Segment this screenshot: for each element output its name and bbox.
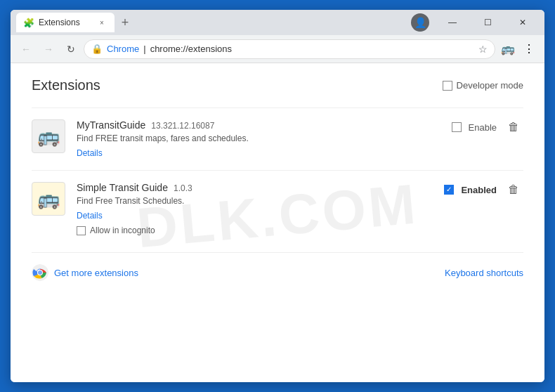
page-content: DLK.COM Extensions Developer mode 🚌 MyTr… (11, 63, 544, 382)
extension-2-description: Find Free Transit Schedules. (77, 196, 444, 206)
refresh-button[interactable]: ↻ (61, 39, 81, 59)
window-controls: — ☐ ✕ (436, 12, 539, 33)
chrome-logo-icon (32, 264, 48, 281)
extension-1-enable-checkbox[interactable] (452, 122, 462, 132)
allow-incognito-checkbox[interactable] (77, 226, 86, 235)
tab-icon: 🧩 (23, 18, 34, 28)
page-title: Extensions (32, 77, 100, 93)
page-footer: Get more extensions Keyboard shortcuts (32, 252, 523, 281)
forward-button[interactable]: → (39, 39, 58, 59)
svg-point-3 (38, 270, 42, 275)
extension-2-controls: Enabled 🗑 (444, 182, 523, 197)
extension-2-name: Simple Transit Guide (77, 182, 168, 193)
back-icon: ← (21, 44, 31, 55)
extension-1-description: Find FREE transit maps, fares and schedu… (77, 133, 452, 143)
allow-incognito-row: Allow in incognito (77, 226, 444, 235)
extension-2-name-row: Simple Transit Guide 1.0.3 (77, 182, 444, 193)
address-url: | (143, 44, 145, 54)
extension-icon: 🚌 (501, 42, 515, 55)
extension-item-simpletransit: 🚌 Simple Transit Guide 1.0.3 Find Free T… (32, 170, 523, 247)
extension-2-info: Simple Transit Guide 1.0.3 Find Free Tra… (77, 182, 444, 235)
developer-mode-label: Developer mode (457, 80, 523, 91)
refresh-icon: ↻ (67, 44, 75, 55)
bookmark-icon[interactable]: ☆ (478, 44, 488, 55)
extension-1-name: MyTransitGuide (77, 119, 145, 131)
address-bar[interactable]: 🔒 Chrome | chrome://extensions ☆ (84, 39, 495, 59)
get-more-extensions-link[interactable]: Get more extensions (32, 264, 138, 281)
menu-button[interactable]: ⋮ (519, 39, 539, 59)
lock-icon: 🔒 (91, 44, 103, 54)
allow-incognito-label: Allow in incognito (90, 226, 155, 235)
developer-mode-checkbox[interactable] (443, 81, 452, 91)
extension-2-details-link[interactable]: Details (77, 211, 103, 221)
omnibar: ← → ↻ 🔒 Chrome | chrome://extensions ☆ 🚌… (11, 35, 544, 63)
extension-2-delete-button[interactable]: 🗑 (504, 182, 523, 197)
maximize-button[interactable]: ☐ (471, 12, 504, 33)
extension-1-controls: Enable 🗑 (452, 119, 523, 135)
extension-2-icon: 🚌 (32, 182, 65, 216)
extension-1-details-link[interactable]: Details (77, 148, 103, 158)
browser-window: 🧩 Extensions × + 👤 — ☐ ✕ ← → ↻ 🔒 (11, 10, 544, 382)
keyboard-shortcuts-link[interactable]: Keyboard shortcuts (445, 268, 523, 278)
extension-icon-bar: 🚌 ⋮ (498, 39, 539, 59)
tab-bar: 🧩 Extensions × + (16, 13, 407, 32)
extension-1-enable-label: Enable (469, 122, 497, 133)
extension-1-delete-button[interactable]: 🗑 (504, 119, 523, 135)
page-header: Extensions Developer mode (32, 77, 523, 93)
account-icon[interactable]: 👤 (411, 13, 429, 32)
address-source: Chrome (107, 44, 139, 54)
new-tab-button[interactable]: + (115, 13, 136, 32)
extension-2-enabled-checkbox[interactable] (444, 185, 454, 195)
back-button[interactable]: ← (16, 39, 36, 59)
forward-icon: → (44, 44, 53, 55)
extension-item-mytransitguide: 🚌 MyTransitGuide 13.321.12.16087 Find FR… (32, 107, 523, 170)
extension-1-name-row: MyTransitGuide 13.321.12.16087 (77, 119, 452, 131)
extension-1-version: 13.321.12.16087 (151, 121, 214, 131)
minimize-button[interactable]: — (436, 12, 469, 33)
address-url-path: chrome://extensions (150, 44, 232, 54)
extension-1-icon: 🚌 (32, 119, 65, 153)
tab-title: Extensions (39, 18, 92, 27)
extension-2-version: 1.0.3 (174, 183, 192, 193)
get-more-extensions-label: Get more extensions (54, 268, 138, 278)
extension-shortcut-button[interactable]: 🚌 (498, 39, 518, 59)
close-button[interactable]: ✕ (507, 12, 539, 33)
extension-2-enabled-label: Enabled (461, 185, 497, 195)
title-bar: 🧩 Extensions × + 👤 — ☐ ✕ (11, 10, 544, 35)
tab-close-button[interactable]: × (96, 17, 107, 28)
extension-1-info: MyTransitGuide 13.321.12.16087 Find FREE… (77, 119, 452, 159)
active-tab[interactable]: 🧩 Extensions × (16, 13, 115, 32)
developer-mode-section: Developer mode (443, 80, 523, 91)
